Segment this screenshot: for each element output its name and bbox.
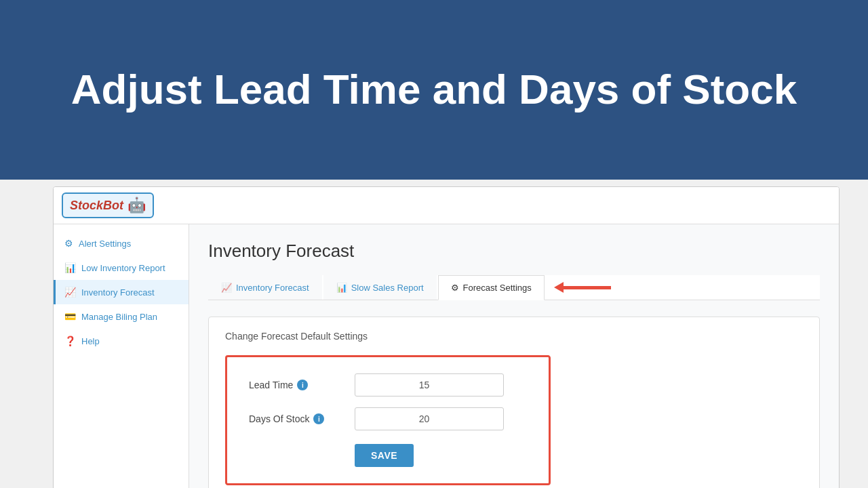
tab-inventory-forecast[interactable]: 📈 Inventory Forecast [208, 275, 322, 300]
logo-text: StockBot [70, 199, 123, 213]
sidebar-label-billing: Manage Biling Plan [81, 312, 157, 322]
main-content: Inventory Forecast 📈 Inventory Forecast … [189, 224, 839, 488]
app-frame: StockBot 🤖 ⚙ Alert Settings 📊 Low Invent… [53, 186, 840, 488]
top-bar: StockBot 🤖 [54, 187, 839, 224]
arrow-indicator [554, 282, 611, 293]
robot-icon: 🤖 [127, 197, 146, 214]
tab-slow-sales-report[interactable]: 📊 Slow Sales Report [323, 275, 437, 300]
content-area: ⚙ Alert Settings 📊 Low Inventory Report … [54, 224, 839, 488]
sidebar-item-alert-settings[interactable]: ⚙ Alert Settings [54, 231, 189, 256]
sidebar-label-help: Help [81, 336, 100, 346]
settings-tab-icon: ⚙ [451, 283, 459, 293]
page-title: Inventory Forecast [208, 241, 820, 262]
save-button[interactable]: SAVE [355, 444, 414, 467]
line-chart-icon: 📈 [64, 287, 76, 298]
sidebar-item-help[interactable]: ❓ Help [54, 329, 189, 353]
billing-icon: 💳 [64, 311, 76, 322]
settings-card-title: Change Forecast Default Settings [225, 331, 803, 342]
lead-time-info-icon[interactable]: i [297, 380, 308, 390]
forecast-form: Lead Time i Days Of Stock i [225, 355, 551, 485]
days-of-stock-input[interactable] [355, 407, 504, 430]
tabs-container: 📈 Inventory Forecast 📊 Slow Sales Report… [208, 275, 820, 300]
sidebar-item-billing[interactable]: 💳 Manage Biling Plan [54, 304, 189, 329]
logo-box[interactable]: StockBot 🤖 [62, 192, 154, 218]
tab-forecast-settings[interactable]: ⚙ Forecast Settings [438, 275, 545, 300]
logo-area: StockBot 🤖 [62, 192, 154, 218]
sidebar-label-low-inventory: Low Inventory Report [81, 263, 165, 273]
sidebar-label-alert-settings: Alert Settings [79, 239, 131, 249]
days-of-stock-row: Days Of Stock i [249, 407, 527, 430]
hero-banner: Adjust Lead Time and Days of Stock [0, 0, 868, 180]
gear-icon: ⚙ [64, 238, 73, 249]
tab-label-forecast-settings: Forecast Settings [463, 283, 532, 293]
hero-title: Adjust Lead Time and Days of Stock [71, 64, 797, 115]
sidebar-label-inventory-forecast: Inventory Forecast [81, 287, 155, 298]
forecast-tab-icon: 📈 [221, 283, 232, 293]
bar-chart-icon: 📊 [64, 262, 76, 273]
sidebar: ⚙ Alert Settings 📊 Low Inventory Report … [54, 224, 189, 488]
lead-time-row: Lead Time i [249, 373, 527, 396]
tab-label-inventory-forecast: Inventory Forecast [236, 283, 309, 293]
lead-time-input[interactable] [355, 373, 504, 396]
days-of-stock-label: Days Of Stock i [249, 413, 344, 424]
lead-time-label: Lead Time i [249, 380, 344, 390]
slow-sales-tab-icon: 📊 [336, 283, 347, 293]
settings-card: Change Forecast Default Settings Lead Ti… [208, 317, 820, 488]
sidebar-item-low-inventory[interactable]: 📊 Low Inventory Report [54, 256, 189, 280]
sidebar-item-inventory-forecast[interactable]: 📈 Inventory Forecast [54, 280, 189, 304]
arrow-shaft [564, 286, 611, 289]
help-icon: ❓ [64, 336, 76, 346]
arrow-head-icon [554, 282, 564, 293]
days-of-stock-info-icon[interactable]: i [313, 413, 324, 424]
tab-label-slow-sales: Slow Sales Report [351, 283, 424, 293]
